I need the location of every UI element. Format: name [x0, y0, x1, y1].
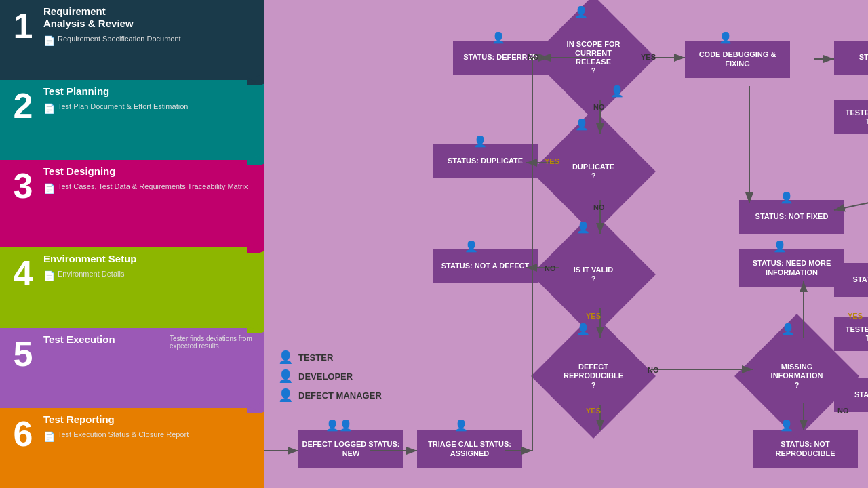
triage-call-label: TRIAGE CALL STATUS: ASSIGNED [420, 440, 519, 458]
label-missing-no: NO [837, 407, 849, 415]
status-verified-label: STATUS: VERIFIED [853, 275, 868, 284]
label-scope-no2: NO [593, 103, 605, 111]
person-icon-not-defect: 👤 [465, 240, 478, 253]
step-content-2: Test Planning 📄 Test Plan Document & Eff… [41, 80, 264, 160]
label-dup-no: NO [593, 203, 605, 211]
label-scope-no: NO [528, 53, 539, 61]
legend: 👤 TESTER 👤 DEVELOPER 👤 DEFECT MANAGER [278, 350, 382, 407]
person-icon-scope: 👤 [574, 5, 588, 18]
step-3: 3 Test Designing 📄 Test Cases, Test Data… [0, 160, 264, 247]
legend-developer-label: DEVELOPER [298, 371, 353, 382]
person-icon-defect-logged-2: 👤 [339, 419, 353, 432]
tester-reruns-1-label: TESTER RE-RUNS THE TEST CASE [837, 108, 868, 126]
label-missing-yes: YES [848, 312, 863, 320]
label-scope-yes: YES [641, 53, 656, 61]
step-5: 5 Test Execution Tester finds deviations… [0, 328, 264, 408]
label-valid-no: NO [545, 264, 556, 272]
code-debug-box: CODE DEBUGGING & FIXING [685, 41, 790, 78]
person-icon-duplicate: 👤 [575, 118, 589, 131]
doc-icon-6: 📄 [43, 430, 55, 443]
flowchart-area: DEFECT LOGGED STATUS: NEW 👤 👤 TRIAGE CAL… [264, 0, 868, 488]
sidebar: 1 RequirementAnalysis & Review 📄 Require… [0, 0, 264, 488]
step-doc-text-6: Test Execution Status & Closure Report [58, 430, 189, 439]
is-it-valid-label: IS IT VALID? [567, 266, 620, 283]
step-title-2: Test Planning [43, 85, 259, 98]
duplicate-diamond: DUPLICATE? [549, 127, 637, 216]
missing-info-diamond: MISSINGINFORMATION? [753, 332, 841, 420]
step-extra-5: Tester finds deviations from expected re… [170, 335, 258, 350]
status-need-more-box: STATUS: NEED MORE INFORMATION [739, 249, 844, 287]
legend-defect-manager: 👤 DEFECT MANAGER [278, 388, 382, 403]
person-icon-deferred: 👤 [492, 31, 505, 44]
duplicate-label: DUPLICATE? [566, 163, 621, 180]
step-number-3: 3 [0, 160, 41, 247]
step-content-6: Test Reporting 📄 Test Execution Status &… [41, 408, 264, 488]
tester-reruns-2-label: TESTER RE-RUNS THE TEST CASE [837, 325, 868, 343]
status-not-fixed-label: STATUS: NOT FIXED [755, 212, 829, 221]
step-doc-text-3: Test Cases, Test Data & Requirements Tra… [58, 182, 248, 191]
code-debug-label: CODE DEBUGGING & FIXING [688, 50, 787, 68]
step-number-5: 5 [0, 328, 41, 408]
step-doc-text-4: Environment Details [58, 269, 124, 279]
step-doc-2: 📄 Test Plan Document & Effort Estimation [43, 102, 259, 115]
step-6: 6 Test Reporting 📄 Test Execution Status… [0, 408, 264, 488]
legend-defect-manager-icon: 👤 [278, 388, 293, 403]
status-closed-label: STATUS: CLOSED [854, 390, 868, 399]
step-1: 1 RequirementAnalysis & Review 📄 Require… [0, 0, 264, 80]
person-icon-not-fixed: 👤 [780, 191, 793, 204]
step-content-3: Test Designing 📄 Test Cases, Test Data &… [41, 160, 264, 247]
step-number-6: 6 [0, 408, 41, 488]
status-duplicate-box: STATUS: DUPLICATE [433, 144, 538, 178]
legend-tester-icon: 👤 [278, 350, 293, 365]
doc-icon-4: 📄 [43, 270, 55, 282]
person-icon-not-repro: 👤 [780, 419, 793, 432]
label-dup-yes: YES [545, 157, 559, 165]
person-icon-need-more: 👤 [773, 240, 787, 253]
defect-logged-label: DEFECT LOGGED STATUS: NEW [301, 440, 401, 458]
step-2: 2 Test Planning 📄 Test Plan Document & E… [0, 80, 264, 160]
label-repro-no: NO [648, 366, 659, 374]
step-content-4: Environment Setup 📄 Environment Details [41, 247, 264, 327]
step-doc-1: 📄 Requirement Specification Document [43, 34, 259, 47]
legend-tester-label: TESTER [298, 352, 333, 363]
person-icon-defect-logged: 👤 [326, 419, 339, 432]
step-doc-text-2: Test Plan Document & Effort Estimation [58, 102, 188, 111]
status-fixed-label: STATUS: FIXED [859, 53, 868, 62]
step-doc-6: 📄 Test Execution Status & Closure Report [43, 430, 259, 443]
step-number-2: 2 [0, 80, 41, 160]
step-content-1: RequirementAnalysis & Review 📄 Requireme… [41, 0, 264, 80]
status-deferred-label: STATUS: DEFERRED [463, 53, 538, 62]
step-title-4: Environment Setup [43, 253, 259, 265]
label-valid-yes: YES [586, 312, 601, 320]
step-doc-3: 📄 Test Cases, Test Data & Requirements T… [43, 182, 259, 195]
defect-repro-label: DEFECTREPRODUCIBLE? [557, 363, 630, 390]
status-fixed-box: STATUS: FIXED [834, 41, 868, 75]
status-not-defect-label: STATUS: NOT A DEFECT [441, 262, 530, 270]
step-number-4: 4 [0, 247, 41, 327]
status-need-more-label: STATUS: NEED MORE INFORMATION [742, 259, 842, 277]
doc-icon-1: 📄 [43, 35, 55, 47]
step-title-3: Test Designing [43, 165, 259, 178]
person-icon-scope-2: 👤 [610, 85, 624, 98]
person-icon-missing-info: 👤 [781, 323, 795, 336]
legend-tester: 👤 TESTER [278, 350, 382, 365]
triage-call-box: TRIAGE CALL STATUS: ASSIGNED [417, 430, 522, 468]
person-icon-code-debug: 👤 [719, 31, 732, 44]
step-4: 4 Environment Setup 📄 Environment Detail… [0, 247, 264, 327]
defect-logged-box: DEFECT LOGGED STATUS: NEW [298, 430, 403, 468]
status-not-repro-box: STATUS: NOT REPRODUCIBLE [753, 430, 858, 468]
in-scope-label: IN SCOPE FORCURRENTRELEASE? [560, 40, 627, 76]
person-icon-triage: 👤 [454, 419, 468, 432]
step-doc-text-1: Requirement Specification Document [58, 34, 181, 43]
status-not-repro-label: STATUS: NOT REPRODUCIBLE [755, 440, 855, 458]
doc-icon-2: 📄 [43, 102, 55, 115]
person-icon-dup-status: 👤 [473, 135, 487, 148]
legend-defect-manager-label: DEFECT MANAGER [298, 390, 382, 401]
step-doc-4: 📄 Environment Details [43, 269, 259, 282]
status-not-fixed-box: STATUS: NOT FIXED [739, 200, 844, 234]
legend-developer-icon: 👤 [278, 369, 293, 384]
doc-icon-3: 📄 [43, 182, 55, 195]
in-scope-diamond: IN SCOPE FORCURRENTRELEASE? [549, 14, 637, 102]
tester-reruns-1-box: TESTER RE-RUNS THE TEST CASE [834, 100, 868, 134]
status-duplicate-label: STATUS: DUPLICATE [448, 157, 523, 165]
